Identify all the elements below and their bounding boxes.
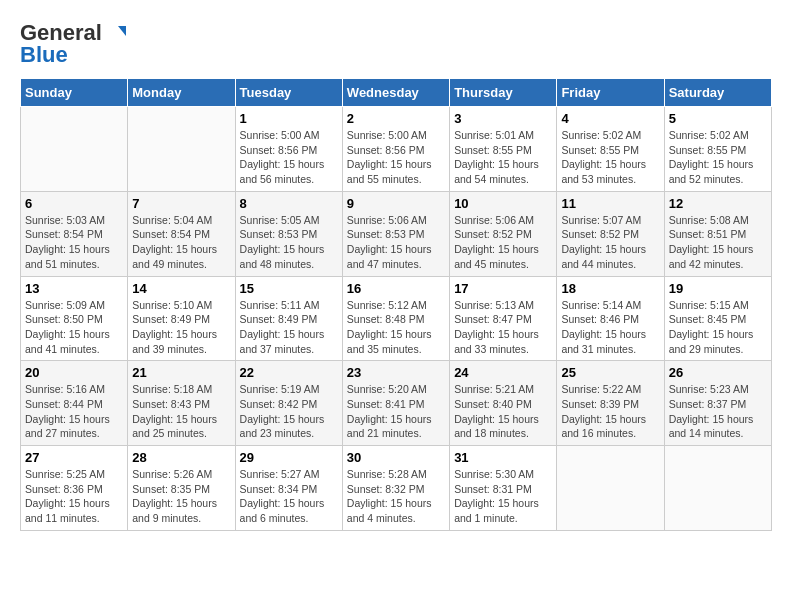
day-info: Sunrise: 5:07 AM Sunset: 8:52 PM Dayligh… [561,213,659,272]
day-number: 18 [561,281,659,296]
weekday-header: Wednesday [342,79,449,107]
day-number: 30 [347,450,445,465]
calendar-cell: 1Sunrise: 5:00 AM Sunset: 8:56 PM Daylig… [235,107,342,192]
day-info: Sunrise: 5:25 AM Sunset: 8:36 PM Dayligh… [25,467,123,526]
day-info: Sunrise: 5:13 AM Sunset: 8:47 PM Dayligh… [454,298,552,357]
calendar-week-row: 6Sunrise: 5:03 AM Sunset: 8:54 PM Daylig… [21,191,772,276]
calendar-week-row: 13Sunrise: 5:09 AM Sunset: 8:50 PM Dayli… [21,276,772,361]
calendar-cell: 12Sunrise: 5:08 AM Sunset: 8:51 PM Dayli… [664,191,771,276]
day-info: Sunrise: 5:00 AM Sunset: 8:56 PM Dayligh… [240,128,338,187]
logo: General Blue [20,20,126,68]
day-info: Sunrise: 5:11 AM Sunset: 8:49 PM Dayligh… [240,298,338,357]
calendar-header: SundayMondayTuesdayWednesdayThursdayFrid… [21,79,772,107]
calendar-cell: 3Sunrise: 5:01 AM Sunset: 8:55 PM Daylig… [450,107,557,192]
calendar-cell: 7Sunrise: 5:04 AM Sunset: 8:54 PM Daylig… [128,191,235,276]
day-number: 8 [240,196,338,211]
day-number: 16 [347,281,445,296]
calendar-cell: 29Sunrise: 5:27 AM Sunset: 8:34 PM Dayli… [235,446,342,531]
day-info: Sunrise: 5:30 AM Sunset: 8:31 PM Dayligh… [454,467,552,526]
day-number: 1 [240,111,338,126]
day-info: Sunrise: 5:28 AM Sunset: 8:32 PM Dayligh… [347,467,445,526]
day-info: Sunrise: 5:14 AM Sunset: 8:46 PM Dayligh… [561,298,659,357]
day-info: Sunrise: 5:06 AM Sunset: 8:52 PM Dayligh… [454,213,552,272]
day-number: 24 [454,365,552,380]
weekday-header: Tuesday [235,79,342,107]
day-number: 5 [669,111,767,126]
calendar-cell: 15Sunrise: 5:11 AM Sunset: 8:49 PM Dayli… [235,276,342,361]
calendar-cell: 5Sunrise: 5:02 AM Sunset: 8:55 PM Daylig… [664,107,771,192]
calendar-cell: 25Sunrise: 5:22 AM Sunset: 8:39 PM Dayli… [557,361,664,446]
calendar-cell [21,107,128,192]
day-info: Sunrise: 5:10 AM Sunset: 8:49 PM Dayligh… [132,298,230,357]
day-number: 14 [132,281,230,296]
calendar-table: SundayMondayTuesdayWednesdayThursdayFrid… [20,78,772,531]
calendar-cell: 27Sunrise: 5:25 AM Sunset: 8:36 PM Dayli… [21,446,128,531]
calendar-cell [664,446,771,531]
page-header: General Blue [20,20,772,68]
day-number: 27 [25,450,123,465]
day-number: 7 [132,196,230,211]
calendar-cell: 2Sunrise: 5:00 AM Sunset: 8:56 PM Daylig… [342,107,449,192]
weekday-header: Saturday [664,79,771,107]
day-info: Sunrise: 5:04 AM Sunset: 8:54 PM Dayligh… [132,213,230,272]
calendar-week-row: 20Sunrise: 5:16 AM Sunset: 8:44 PM Dayli… [21,361,772,446]
day-number: 25 [561,365,659,380]
calendar-cell: 17Sunrise: 5:13 AM Sunset: 8:47 PM Dayli… [450,276,557,361]
weekday-header: Thursday [450,79,557,107]
weekday-header: Friday [557,79,664,107]
day-info: Sunrise: 5:02 AM Sunset: 8:55 PM Dayligh… [669,128,767,187]
calendar-cell: 9Sunrise: 5:06 AM Sunset: 8:53 PM Daylig… [342,191,449,276]
day-info: Sunrise: 5:08 AM Sunset: 8:51 PM Dayligh… [669,213,767,272]
day-info: Sunrise: 5:26 AM Sunset: 8:35 PM Dayligh… [132,467,230,526]
calendar-cell: 23Sunrise: 5:20 AM Sunset: 8:41 PM Dayli… [342,361,449,446]
day-number: 26 [669,365,767,380]
day-info: Sunrise: 5:19 AM Sunset: 8:42 PM Dayligh… [240,382,338,441]
calendar-cell: 8Sunrise: 5:05 AM Sunset: 8:53 PM Daylig… [235,191,342,276]
logo-icon [104,22,126,44]
calendar-cell: 10Sunrise: 5:06 AM Sunset: 8:52 PM Dayli… [450,191,557,276]
day-info: Sunrise: 5:00 AM Sunset: 8:56 PM Dayligh… [347,128,445,187]
day-info: Sunrise: 5:12 AM Sunset: 8:48 PM Dayligh… [347,298,445,357]
day-info: Sunrise: 5:09 AM Sunset: 8:50 PM Dayligh… [25,298,123,357]
day-number: 6 [25,196,123,211]
day-number: 29 [240,450,338,465]
day-info: Sunrise: 5:21 AM Sunset: 8:40 PM Dayligh… [454,382,552,441]
calendar-cell: 18Sunrise: 5:14 AM Sunset: 8:46 PM Dayli… [557,276,664,361]
calendar-cell: 4Sunrise: 5:02 AM Sunset: 8:55 PM Daylig… [557,107,664,192]
calendar-cell: 26Sunrise: 5:23 AM Sunset: 8:37 PM Dayli… [664,361,771,446]
day-info: Sunrise: 5:20 AM Sunset: 8:41 PM Dayligh… [347,382,445,441]
day-info: Sunrise: 5:02 AM Sunset: 8:55 PM Dayligh… [561,128,659,187]
calendar-cell: 16Sunrise: 5:12 AM Sunset: 8:48 PM Dayli… [342,276,449,361]
day-number: 20 [25,365,123,380]
day-info: Sunrise: 5:01 AM Sunset: 8:55 PM Dayligh… [454,128,552,187]
day-number: 3 [454,111,552,126]
day-info: Sunrise: 5:16 AM Sunset: 8:44 PM Dayligh… [25,382,123,441]
calendar-week-row: 1Sunrise: 5:00 AM Sunset: 8:56 PM Daylig… [21,107,772,192]
weekday-header: Monday [128,79,235,107]
calendar-cell: 31Sunrise: 5:30 AM Sunset: 8:31 PM Dayli… [450,446,557,531]
calendar-cell: 24Sunrise: 5:21 AM Sunset: 8:40 PM Dayli… [450,361,557,446]
day-info: Sunrise: 5:23 AM Sunset: 8:37 PM Dayligh… [669,382,767,441]
day-number: 21 [132,365,230,380]
day-info: Sunrise: 5:03 AM Sunset: 8:54 PM Dayligh… [25,213,123,272]
day-number: 15 [240,281,338,296]
day-info: Sunrise: 5:27 AM Sunset: 8:34 PM Dayligh… [240,467,338,526]
day-number: 23 [347,365,445,380]
calendar-cell: 6Sunrise: 5:03 AM Sunset: 8:54 PM Daylig… [21,191,128,276]
day-number: 2 [347,111,445,126]
svg-marker-0 [118,26,126,36]
calendar-cell: 28Sunrise: 5:26 AM Sunset: 8:35 PM Dayli… [128,446,235,531]
day-info: Sunrise: 5:18 AM Sunset: 8:43 PM Dayligh… [132,382,230,441]
calendar-cell: 14Sunrise: 5:10 AM Sunset: 8:49 PM Dayli… [128,276,235,361]
day-number: 17 [454,281,552,296]
calendar-cell [557,446,664,531]
logo-blue-text: Blue [20,42,68,68]
day-number: 28 [132,450,230,465]
calendar-cell: 30Sunrise: 5:28 AM Sunset: 8:32 PM Dayli… [342,446,449,531]
day-info: Sunrise: 5:22 AM Sunset: 8:39 PM Dayligh… [561,382,659,441]
day-number: 4 [561,111,659,126]
day-info: Sunrise: 5:05 AM Sunset: 8:53 PM Dayligh… [240,213,338,272]
day-number: 19 [669,281,767,296]
day-number: 9 [347,196,445,211]
day-number: 31 [454,450,552,465]
